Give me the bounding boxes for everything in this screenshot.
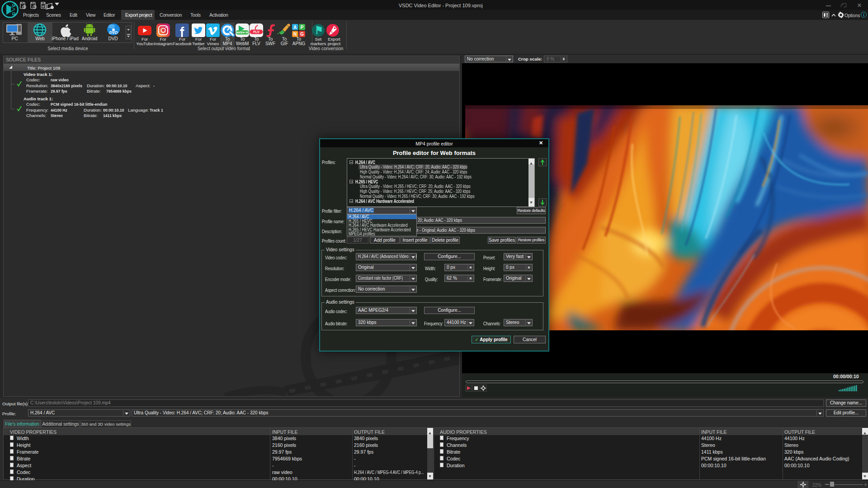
svg-text:N: N [293,32,297,37]
svg-text:web►m: web►m [236,31,249,34]
svg-text:A: A [293,25,297,30]
svg-text:P: P [301,25,304,30]
svg-text:FLV: FLV [253,30,259,34]
svg-text:G: G [300,32,304,37]
svg-text:DVD: DVD [109,30,118,35]
